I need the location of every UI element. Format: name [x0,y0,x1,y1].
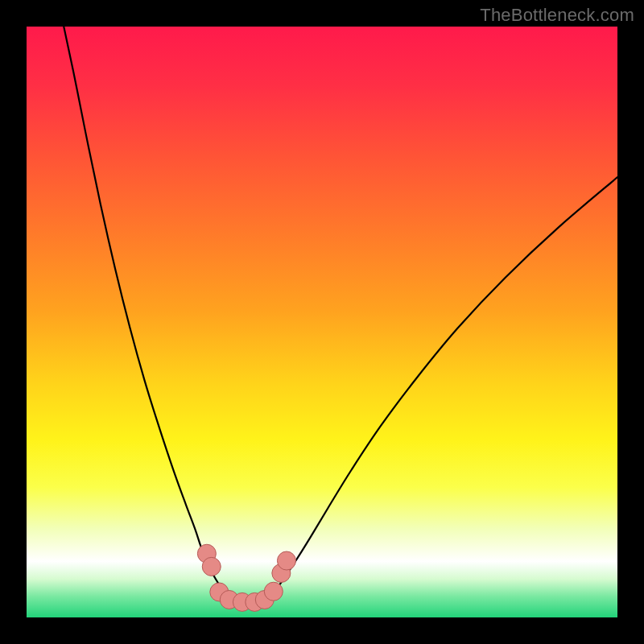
marker-group [197,544,295,611]
data-marker [277,551,295,570]
data-marker [264,582,283,601]
plot-area [27,27,617,617]
curves-layer [27,27,617,617]
data-marker [202,557,221,576]
chart-frame: TheBottleneck.com [0,0,644,644]
left-curve [64,27,239,601]
watermark-text: TheBottleneck.com [480,5,634,26]
right-curve [263,177,617,601]
